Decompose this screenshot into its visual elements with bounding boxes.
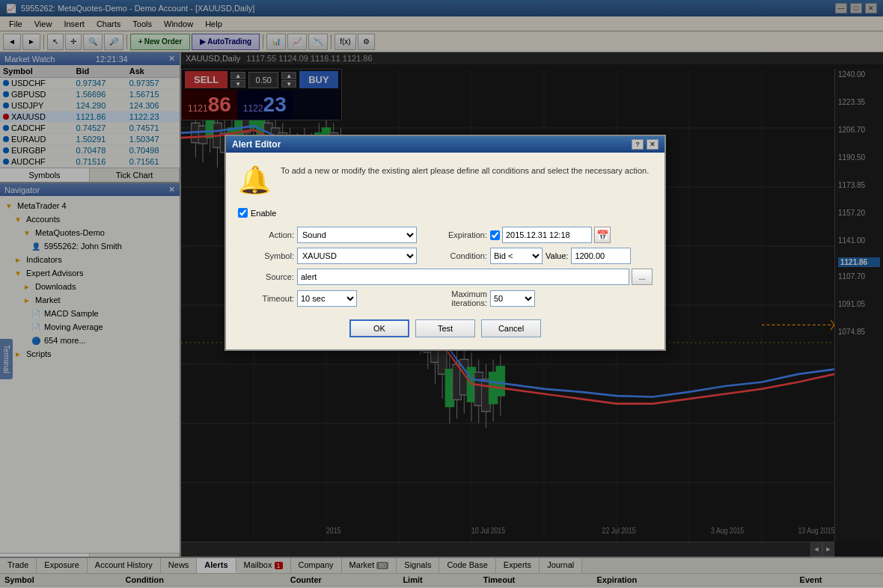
value-input[interactable]	[571, 248, 631, 264]
expiration-row: 📅	[490, 227, 653, 243]
dialog-buttons: OK Test Cancel	[238, 319, 653, 337]
timeout-select[interactable]: 10 sec 30 sec 1 min	[297, 290, 357, 307]
ok-button[interactable]: OK	[349, 319, 409, 337]
dialog-info-section: 🔔 To add a new or modify the existing al…	[238, 165, 653, 196]
condition-label: Condition:	[420, 251, 487, 260]
dialog-title: Alert Editor	[232, 139, 281, 150]
modal-overlay: Alert Editor ? ✕ 🔔 To add a new or modif…	[0, 0, 883, 588]
expiration-picker-button[interactable]: 📅	[594, 227, 611, 243]
timeout-label: Timeout:	[238, 294, 294, 303]
bell-icon: 🔔	[238, 165, 272, 196]
action-select[interactable]: Sound Alert Email	[297, 227, 417, 243]
value-label: Value:	[546, 251, 568, 260]
cancel-button[interactable]: Cancel	[481, 319, 541, 337]
source-input[interactable]	[297, 269, 629, 285]
dialog-close-button[interactable]: ✕	[647, 139, 659, 150]
source-row: ...	[297, 269, 653, 285]
condition-select[interactable]: Bid < Bid > Ask < Ask >	[490, 248, 543, 264]
action-label: Action:	[238, 230, 294, 239]
dialog-controls: ? ✕	[632, 139, 659, 150]
dialog-body: 🔔 To add a new or modify the existing al…	[226, 153, 664, 349]
dialog-info-text: To add a new or modify the existing aler…	[281, 165, 649, 177]
dialog-help-button[interactable]: ?	[632, 139, 644, 150]
enable-label: Enable	[251, 209, 276, 218]
expiration-input[interactable]	[502, 227, 592, 243]
dialog-enable-section: Enable	[238, 208, 653, 218]
symbol-label: Symbol:	[238, 251, 294, 260]
condition-value-row: Bid < Bid > Ask < Ask > Value:	[490, 248, 653, 264]
alert-editor-dialog: Alert Editor ? ✕ 🔔 To add a new or modif…	[224, 135, 666, 351]
dialog-titlebar: Alert Editor ? ✕	[226, 136, 664, 153]
source-label: Source:	[238, 272, 294, 281]
max-iter-label: Maximum iterations:	[420, 290, 487, 307]
dialog-form: Action: Sound Alert Email Expiration: 📅 …	[238, 227, 653, 307]
max-iter-select[interactable]: 50 100 unlimited	[490, 290, 535, 307]
expiration-label: Expiration:	[420, 230, 487, 239]
enable-checkbox[interactable]	[238, 208, 248, 218]
expiration-checkbox[interactable]	[490, 230, 500, 240]
test-button[interactable]: Test	[415, 319, 475, 337]
symbol-select[interactable]: XAUUSD EURUSD	[297, 248, 417, 264]
source-browse-button[interactable]: ...	[632, 269, 653, 285]
